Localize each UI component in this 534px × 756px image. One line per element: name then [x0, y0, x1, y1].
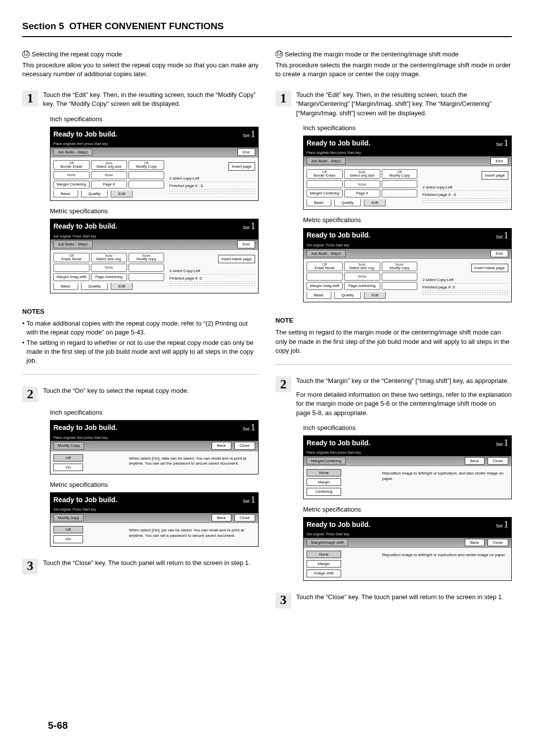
- metric-spec-label: Metric specifications: [303, 505, 512, 514]
- note-item: •The setting in regard to whether or not…: [22, 338, 259, 366]
- panel-jobbuild-metric: Ready to Job build. Set 1 Set original. …: [303, 228, 512, 303]
- step2-text: Touch the “On” key to select the repeat …: [43, 386, 259, 395]
- intro-title: Selecting the repeat copy mode: [32, 50, 122, 59]
- metric-spec-label: Metric specifications: [303, 216, 512, 225]
- inch-spec-label: Inch specifications: [50, 408, 259, 417]
- inch-spec-label: Inch specifications: [50, 115, 259, 124]
- section-title: OTHER CONVENIENT FUNCTIONS: [69, 21, 223, 31]
- left-column: 12 Selecting the repeat copy mode This p…: [22, 50, 259, 609]
- step3-text: Touch the “Close” key. The touch panel w…: [296, 593, 512, 602]
- panel-modifycopy-inch: Ready to Job build. Set 1 Place original…: [50, 420, 259, 474]
- panel-jobbuild-inch: Ready to Job build. Set 1 Place original…: [303, 136, 512, 210]
- right-column: 13 Selecting the margin mode or the cent…: [275, 50, 512, 609]
- inch-spec-label: Inch specifications: [303, 124, 512, 133]
- panel-jobbuild-metric: Ready to Job build. Set 1 Set original. …: [50, 219, 259, 293]
- step-number-box: 2: [22, 386, 38, 402]
- note-heading: NOTE: [275, 316, 512, 325]
- step-number-box: 2: [275, 377, 291, 392]
- intro-body: This procedure allow you to select the r…: [22, 61, 259, 79]
- intro-body: This procedure selects the margin mode o…: [275, 61, 512, 79]
- step-number-box: 3: [22, 559, 38, 574]
- step-number-box: 1: [275, 91, 291, 106]
- section-header: Section 5 OTHER CONVENIENT FUNCTIONS: [22, 20, 512, 37]
- inch-spec-label: Inch specifications: [303, 424, 512, 432]
- step-number-box: 1: [22, 91, 38, 106]
- metric-spec-label: Metric specifications: [50, 207, 259, 216]
- step2-followup: For more detailed information on these t…: [296, 390, 512, 418]
- circled-number-13: 13: [275, 50, 283, 58]
- panel-jobbuild-inch: Ready to Job build. Set 1 Place original…: [50, 127, 259, 201]
- step3-text: Touch the “Close” key. The touch panel w…: [43, 559, 259, 567]
- notes-heading: NOTES: [22, 307, 259, 316]
- metric-spec-label: Metric specifications: [50, 480, 259, 489]
- page-number: 5-68: [48, 718, 68, 732]
- step2-text: Touch the “Margin” key or the “Centering…: [296, 377, 512, 385]
- note-body: The setting in regard to the margin mode…: [275, 328, 512, 355]
- intro-title: Selecting the margin mode or the centeri…: [285, 50, 458, 59]
- step-number-box: 3: [275, 593, 291, 609]
- step1-text: Touch the “Edit” key. Then, in the resul…: [43, 91, 259, 108]
- panel-margin-inch: Ready to Job build. Set 1 Place original…: [303, 435, 512, 499]
- note-item: •To make additional copies with the repe…: [22, 319, 259, 337]
- panel-modifycopy-metric: Ready to Job build. Set 1 Set original. …: [50, 492, 259, 547]
- circled-number-12: 12: [22, 50, 30, 58]
- section-label: Section 5: [22, 21, 64, 31]
- step1-text: Touch the “Edit” key. Then, in the resul…: [296, 91, 512, 118]
- panel-margin-metric: Ready to Job build. Set 1 Set original. …: [303, 517, 512, 581]
